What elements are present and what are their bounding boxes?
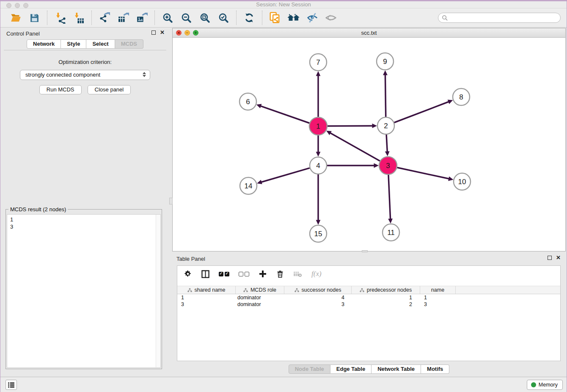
run-mcds-button[interactable]: Run MCDS	[39, 85, 82, 94]
graph-edge-arrow	[383, 70, 388, 75]
network-canvas[interactable]: 7968124314101511	[173, 38, 565, 251]
tab-edge-table[interactable]: Edge Table	[330, 364, 372, 374]
column-header-name[interactable]: name	[420, 286, 456, 294]
deselect-all-button[interactable]	[239, 272, 249, 276]
node-table-container: f(x) shared name MCDS role	[177, 265, 561, 361]
graph-edge-1-6[interactable]	[261, 106, 309, 123]
graph-edge-arrow	[316, 220, 321, 225]
graph-edge-2-8[interactable]	[394, 102, 449, 122]
tab-network[interactable]: Network	[27, 39, 61, 49]
import-table-button[interactable]	[72, 11, 86, 25]
float-table-panel-icon[interactable]	[548, 256, 552, 260]
export-image-icon	[136, 12, 148, 24]
table-cell: dominator	[236, 294, 284, 301]
window-zoom-button[interactable]	[23, 3, 28, 8]
close-panel-button[interactable]: Close panel	[88, 85, 131, 94]
graph-edge-2-3[interactable]	[386, 135, 387, 152]
export-image-button[interactable]	[135, 11, 149, 25]
open-session-button[interactable]	[8, 11, 23, 25]
network-graph[interactable]: 7968124314101511	[173, 38, 565, 251]
table-toolbar: f(x)	[177, 266, 560, 282]
tab-motifs[interactable]: Motifs	[421, 364, 449, 374]
network-minimize-button[interactable]: −	[184, 30, 190, 36]
right-area: ✕ − + scc.txt 7968124314101511 Table Pan…	[172, 28, 567, 377]
zoom-in-button[interactable]	[160, 11, 175, 25]
network-window-titlebar[interactable]: ✕ − + scc.txt	[173, 28, 565, 38]
network-close-button[interactable]: ✕	[176, 30, 182, 36]
import-network-button[interactable]	[53, 11, 67, 25]
close-table-panel-icon[interactable]: ✕	[556, 256, 561, 260]
add-column-button[interactable]	[259, 270, 267, 278]
mcds-tab-content: Optimization criterion: strongly connect…	[4, 50, 166, 373]
result-scrollbar[interactable]	[156, 215, 160, 367]
network-zoom-button[interactable]: +	[193, 30, 198, 36]
import-table-icon	[73, 12, 85, 24]
main-toolbar	[0, 8, 567, 28]
delete-table-button[interactable]	[293, 271, 302, 277]
column-header-shared-name[interactable]: shared name	[177, 286, 236, 294]
column-header-mcds-role[interactable]: MCDS role	[236, 286, 284, 294]
splitter-grip-left[interactable]	[169, 198, 173, 204]
memory-status-dot	[531, 382, 536, 387]
zoom-fit-button[interactable]	[198, 11, 212, 25]
graph-node-label: 2	[384, 122, 388, 130]
graph-node-label: 4	[316, 162, 320, 170]
refresh-icon	[244, 12, 255, 23]
graph-edge-3-10[interactable]	[397, 168, 449, 179]
table-cell: 2	[352, 301, 420, 308]
tab-network-table[interactable]: Network Table	[372, 364, 421, 374]
function-builder-button[interactable]: f(x)	[311, 270, 322, 278]
unchecked-box-icon	[239, 272, 243, 276]
zoom-out-button[interactable]	[179, 11, 193, 25]
toolbar-separator	[262, 11, 262, 25]
hide-style-button[interactable]	[305, 11, 319, 25]
search-input[interactable]	[448, 15, 557, 21]
window-minimize-button[interactable]	[15, 3, 20, 8]
delete-column-button[interactable]	[276, 270, 284, 278]
table-cell: 1	[177, 294, 236, 301]
table-panel-header: Table Panel ✕	[172, 253, 566, 264]
search-box	[438, 13, 561, 23]
close-panel-icon[interactable]: ✕	[160, 30, 165, 35]
table-cell: 1	[420, 294, 456, 301]
zoom-selected-button[interactable]	[216, 11, 231, 25]
column-header-successor-nodes[interactable]: successor nodes	[284, 286, 352, 294]
eye-icon	[325, 12, 337, 24]
tab-select[interactable]: Select	[86, 39, 115, 49]
task-history-button[interactable]	[6, 380, 17, 390]
float-panel-icon[interactable]	[151, 30, 156, 35]
show-graphics-button[interactable]	[324, 11, 338, 25]
export-network-button[interactable]	[97, 11, 112, 25]
column-header-predecessor-nodes[interactable]: predecessor nodes	[352, 286, 420, 294]
refresh-button[interactable]	[242, 11, 256, 25]
checked-box-icon	[225, 272, 229, 276]
tab-node-table[interactable]: Node Table	[289, 364, 330, 374]
select-all-button[interactable]	[219, 272, 229, 276]
graph-edge-1-2[interactable]	[328, 126, 373, 126]
mcds-result-area[interactable]: 1 3	[7, 214, 161, 368]
window-close-button[interactable]	[6, 3, 11, 8]
graph-node-label: 14	[245, 182, 253, 190]
home-views-button[interactable]	[286, 11, 301, 25]
toolbar-separator	[91, 11, 92, 25]
table-settings-button[interactable]	[184, 270, 192, 278]
save-session-button[interactable]	[27, 11, 41, 25]
tab-style[interactable]: Style	[61, 39, 86, 49]
criterion-select[interactable]: strongly connected component	[20, 70, 150, 80]
column-label: MCDS role	[250, 287, 276, 293]
export-table-button[interactable]	[116, 11, 130, 25]
graph-edge-3-1[interactable]	[330, 133, 380, 161]
graph-edge-3-11[interactable]	[388, 175, 391, 219]
splitter-grip-bottom[interactable]	[362, 250, 368, 252]
memory-button[interactable]: Memory	[527, 380, 563, 390]
tab-mcds[interactable]: MCDS	[115, 39, 143, 49]
graph-edge-arrow	[372, 124, 377, 128]
graph-edge-4-14[interactable]	[261, 168, 310, 182]
graph-edge-2-9[interactable]	[385, 75, 385, 117]
column-selector-button[interactable]	[201, 270, 209, 278]
table-row[interactable]: 3dominator323	[177, 301, 560, 308]
table-row[interactable]: 1dominator411	[177, 294, 560, 301]
duplicate-network-button[interactable]	[268, 11, 282, 25]
table-cell: 1	[352, 294, 420, 301]
graph-node-label: 10	[458, 178, 466, 186]
